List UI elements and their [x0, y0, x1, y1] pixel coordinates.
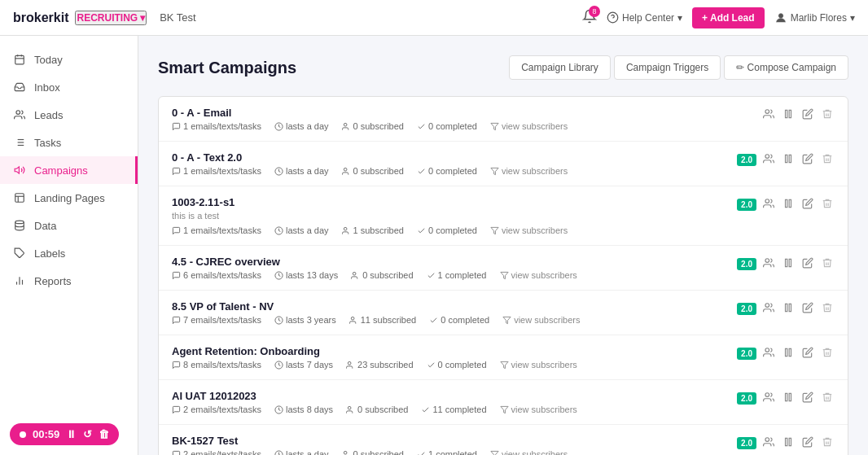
- recording-dot: [20, 431, 26, 438]
- campaign-name: 1003-2.11-s1: [172, 196, 737, 208]
- version-badge: 2.0: [737, 303, 756, 315]
- campaign-meta: 6 emails/texts/tasks lasts 13 days 0 sub…: [172, 270, 737, 280]
- completed-meta: 11 completed: [421, 405, 486, 414]
- svg-point-38: [765, 199, 769, 203]
- delete-campaign-icon[interactable]: [820, 300, 835, 317]
- tab-campaign-library[interactable]: Campaign Library: [509, 55, 611, 80]
- sidebar-item-data[interactable]: Data: [0, 212, 138, 239]
- tasks-icon: [13, 136, 26, 149]
- view-subscribers[interactable]: view subscribers: [490, 449, 568, 455]
- tab-compose-campaign[interactable]: ✏ Compose Campaign: [724, 55, 848, 80]
- subscribed-meta: 1 subscribed: [342, 225, 404, 235]
- view-subscribers[interactable]: view subscribers: [502, 315, 580, 325]
- clone-icon[interactable]: [761, 107, 776, 124]
- campaign-name: AI UAT 12012023: [172, 390, 737, 402]
- svg-point-32: [765, 155, 769, 159]
- sidebar-item-campaigns[interactable]: Campaigns: [0, 156, 138, 184]
- view-subscribers[interactable]: view subscribers: [500, 270, 577, 280]
- help-button[interactable]: Help Center ▾: [607, 11, 682, 24]
- clone-icon[interactable]: [761, 151, 776, 168]
- view-subscribers[interactable]: view subscribers: [490, 166, 568, 176]
- pause-campaign-icon[interactable]: [781, 390, 796, 407]
- campaign-item: 1003-2.11-s1 this is a test 1 emails/tex…: [159, 186, 848, 246]
- clone-icon[interactable]: [761, 435, 776, 452]
- edit-campaign-icon[interactable]: [800, 107, 815, 124]
- svg-point-30: [344, 168, 347, 171]
- edit-campaign-icon[interactable]: [800, 196, 815, 213]
- page-header: Smart Campaigns Campaign Library Campaig…: [158, 55, 848, 80]
- sidebar-label-reports: Reports: [34, 275, 72, 287]
- sidebar-item-landing-pages[interactable]: Landing Pages: [0, 184, 138, 212]
- top-nav-right: 8 Help Center ▾ + Add Lead Marlib Flores…: [582, 7, 855, 28]
- view-subscribers[interactable]: view subscribers: [500, 360, 577, 370]
- campaign-actions: 2.0: [737, 390, 835, 407]
- pause-campaign-icon[interactable]: [781, 435, 796, 452]
- pause-campaign-icon[interactable]: [781, 345, 796, 362]
- delete-campaign-icon[interactable]: [820, 256, 835, 273]
- svg-marker-37: [491, 227, 498, 234]
- campaign-actions: 2.0: [737, 345, 835, 362]
- pause-campaign-icon[interactable]: [781, 256, 796, 273]
- view-subscribers[interactable]: view subscribers: [490, 225, 568, 235]
- sidebar-item-today[interactable]: Today: [0, 46, 138, 73]
- campaign-meta: 7 emails/texts/tasks lasts 3 years 11 su…: [172, 315, 737, 325]
- stop-icon[interactable]: 🗑: [99, 428, 109, 440]
- sidebar-item-labels[interactable]: Labels: [0, 239, 138, 267]
- svg-rect-15: [15, 194, 24, 203]
- pause-campaign-icon[interactable]: [781, 300, 796, 317]
- svg-marker-55: [500, 361, 507, 368]
- sidebar-label-labels: Labels: [34, 247, 65, 260]
- sidebar-item-reports[interactable]: Reports: [0, 267, 138, 295]
- delete-campaign-icon[interactable]: [820, 390, 835, 407]
- edit-campaign-icon[interactable]: [800, 435, 815, 452]
- campaign-meta: 2 emails/texts/tasks lasts a day 0 subsc…: [172, 449, 737, 455]
- svg-marker-61: [500, 406, 507, 413]
- svg-marker-67: [491, 451, 498, 455]
- add-lead-button[interactable]: + Add Lead: [692, 7, 765, 28]
- subscribed-meta: 0 subscribed: [342, 449, 404, 455]
- svg-point-50: [765, 304, 769, 308]
- pause-icon[interactable]: ⏸: [66, 428, 77, 440]
- clone-icon[interactable]: [761, 390, 776, 407]
- view-subscribers[interactable]: view subscribers: [490, 121, 568, 131]
- user-menu[interactable]: Marlib Flores ▾: [774, 11, 855, 24]
- delete-campaign-icon[interactable]: [820, 151, 835, 168]
- reports-icon: [13, 274, 26, 287]
- svg-point-36: [344, 227, 347, 230]
- pause-campaign-icon[interactable]: [781, 151, 796, 168]
- clone-icon[interactable]: [761, 345, 776, 362]
- completed-meta: 0 completed: [417, 225, 477, 235]
- sidebar-label-campaigns: Campaigns: [34, 164, 88, 177]
- pause-campaign-icon[interactable]: [781, 196, 796, 213]
- svg-point-7: [16, 111, 20, 115]
- edit-campaign-icon[interactable]: [800, 256, 815, 273]
- sidebar-item-inbox[interactable]: Inbox: [0, 73, 138, 101]
- emails-meta: 1 emails/texts/tasks: [172, 225, 261, 235]
- delete-campaign-icon[interactable]: [820, 107, 835, 124]
- edit-campaign-icon[interactable]: [800, 300, 815, 317]
- recruiting-menu[interactable]: RECRUITING ▾: [75, 11, 147, 25]
- restart-icon[interactable]: ↺: [83, 428, 92, 440]
- sidebar-item-leads[interactable]: Leads: [0, 101, 138, 129]
- subscribed-meta: 0 subscribed: [342, 121, 404, 131]
- clone-icon[interactable]: [761, 256, 776, 273]
- tab-campaign-triggers[interactable]: Campaign Triggers: [614, 55, 721, 80]
- delete-campaign-icon[interactable]: [820, 435, 835, 452]
- header-tabs: Campaign Library Campaign Triggers ✏ Com…: [509, 55, 848, 80]
- completed-meta: 1 completed: [417, 449, 477, 455]
- delete-campaign-icon[interactable]: [820, 196, 835, 213]
- svg-point-54: [348, 361, 351, 365]
- sidebar-item-tasks[interactable]: Tasks: [0, 129, 138, 156]
- clone-icon[interactable]: [761, 196, 776, 213]
- svg-rect-69: [786, 438, 787, 445]
- delete-campaign-icon[interactable]: [820, 345, 835, 362]
- view-subscribers[interactable]: view subscribers: [500, 405, 577, 414]
- edit-campaign-icon[interactable]: [800, 151, 815, 168]
- edit-campaign-icon[interactable]: [800, 390, 815, 407]
- svg-rect-52: [789, 304, 791, 311]
- pause-campaign-icon[interactable]: [781, 107, 796, 124]
- svg-rect-45: [786, 259, 787, 266]
- notifications-button[interactable]: 8: [582, 9, 597, 26]
- clone-icon[interactable]: [761, 300, 776, 317]
- edit-campaign-icon[interactable]: [800, 345, 815, 362]
